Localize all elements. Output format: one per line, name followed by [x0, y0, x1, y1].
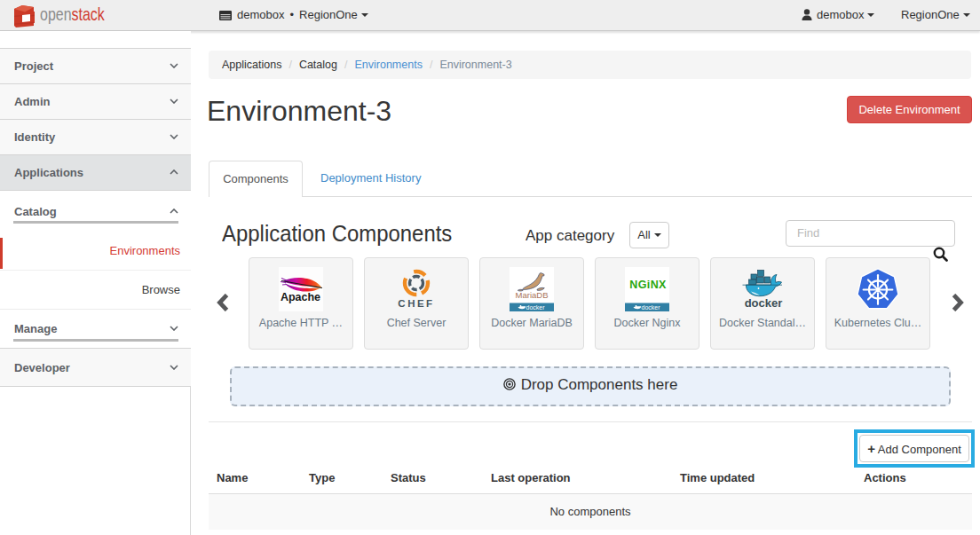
svg-text:docker: docker: [526, 304, 545, 311]
svg-text:NGiNX: NGiNX: [629, 279, 667, 291]
svg-text:Apache: Apache: [281, 291, 320, 303]
svg-text:CHEF: CHEF: [398, 298, 434, 309]
svg-text:MariaDB: MariaDB: [516, 290, 549, 300]
svg-text:docker: docker: [745, 296, 783, 310]
svg-text:docker: docker: [641, 304, 660, 311]
